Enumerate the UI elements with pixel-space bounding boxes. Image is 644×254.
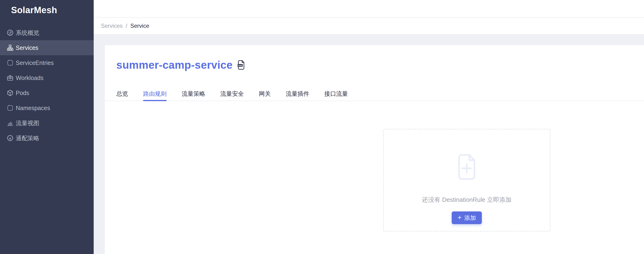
tab-traffic-plugin[interactable]: 流量插件 — [286, 90, 309, 101]
briefcase-icon — [6, 74, 14, 81]
tab-overview[interactable]: 总览 — [116, 90, 128, 101]
tab-traffic-policy[interactable]: 流量策略 — [182, 90, 205, 101]
add-button-label: 添加 — [464, 214, 476, 222]
top-header-bar — [94, 0, 644, 17]
sidebar-item-label: Namespaces — [16, 105, 50, 111]
sidebar-item-label: ServiceEntries — [16, 59, 54, 66]
dashed-square-icon — [6, 59, 14, 66]
plus-icon: + — [458, 214, 462, 221]
gauge-icon — [6, 29, 14, 36]
sidebar-item-label: 系统概览 — [16, 29, 39, 37]
tab-gateway[interactable]: 网关 — [259, 90, 271, 101]
sidebar-item-traffic-view[interactable]: 流量视图 — [0, 115, 94, 131]
sidebar-item-label: Pods — [16, 90, 29, 96]
breadcrumb-current: Service — [130, 22, 149, 29]
bar-chart-icon — [6, 119, 14, 127]
app-root: SolarMesh 系统概览 Services ServiceEntries W… — [0, 0, 644, 254]
app-title: SolarMesh — [0, 0, 94, 15]
title-row: summer-camp-service YAML — [105, 45, 644, 71]
sidebar-item-service-entries[interactable]: ServiceEntries — [0, 55, 94, 70]
tab-interface-traffic[interactable]: 接口流量 — [324, 90, 348, 101]
service-detail-card: summer-camp-service YAML 总览路由规则流量策略流量安全网… — [105, 45, 644, 254]
sidebar-item-wildcard-policy[interactable]: 通配策略 — [0, 131, 94, 146]
sidebar-item-workloads[interactable]: Workloads — [0, 70, 94, 85]
sidebar-item-label: Workloads — [16, 75, 44, 81]
add-destination-rule-button[interactable]: + 添加 — [452, 212, 482, 224]
sidebar: SolarMesh 系统概览 Services ServiceEntries W… — [0, 0, 94, 254]
tab-routing-rules[interactable]: 路由规则 — [143, 90, 167, 101]
sitemap-icon — [6, 44, 14, 51]
breadcrumb-separator: / — [126, 22, 127, 29]
main-area: Services / Service summer-camp-service Y… — [94, 0, 644, 254]
cube-icon — [6, 89, 14, 96]
tab-content: 还没有 DestinationRule 立即添加 + 添加 — [105, 101, 644, 254]
dashed-square-icon — [6, 104, 14, 111]
sidebar-item-label: Services — [16, 44, 38, 51]
empty-state-panel: 还没有 DestinationRule 立即添加 + 添加 — [383, 129, 550, 232]
tab-traffic-security[interactable]: 流量安全 — [220, 90, 244, 101]
breadcrumb-parent-link[interactable]: Services — [101, 22, 123, 29]
svg-text:YAML: YAML — [238, 64, 243, 66]
sidebar-item-system-overview[interactable]: 系统概览 — [0, 25, 94, 40]
page-title: summer-camp-service — [116, 58, 232, 71]
clover-icon — [6, 135, 14, 142]
breadcrumb: Services / Service — [94, 17, 644, 34]
sidebar-item-namespaces[interactable]: Namespaces — [0, 100, 94, 115]
empty-state-message: 还没有 DestinationRule 立即添加 — [422, 196, 512, 204]
sidebar-item-label: 通配策略 — [16, 134, 39, 142]
sidebar-menu: 系统概览 Services ServiceEntries Workloads P… — [0, 25, 94, 146]
sidebar-item-services[interactable]: Services — [0, 40, 94, 55]
tab-bar: 总览路由规则流量策略流量安全网关流量插件接口流量 — [105, 90, 644, 101]
sidebar-item-label: 流量视图 — [16, 119, 39, 127]
file-plus-icon — [454, 152, 479, 183]
yaml-file-icon[interactable]: YAML — [237, 60, 245, 70]
content-area: summer-camp-service YAML 总览路由规则流量策略流量安全网… — [94, 34, 644, 254]
sidebar-item-pods[interactable]: Pods — [0, 85, 94, 100]
